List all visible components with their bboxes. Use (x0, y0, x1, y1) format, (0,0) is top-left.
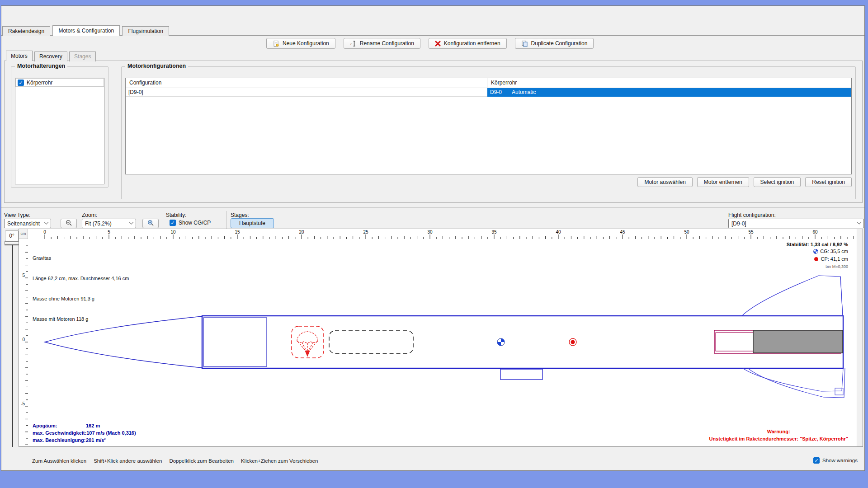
status-bar: Zum Auswählen klicken Shift+Klick andere… (1, 456, 864, 468)
view-type-select[interactable]: Seitenansicht (4, 219, 51, 228)
acceleration-label: max. Beschleunigung: (33, 436, 86, 444)
cell-motor[interactable]: D9-0Automatic (487, 88, 851, 97)
ruler-unit-box: cm (19, 229, 28, 239)
svg-text:15: 15 (235, 230, 240, 235)
new-configuration-button[interactable]: Neue Konfiguration (266, 38, 335, 49)
launch-lug[interactable] (500, 369, 542, 380)
fin-top[interactable] (742, 276, 843, 316)
motor-mounts-list: ✓ Körperrohr (15, 78, 104, 184)
rocket-canvas[interactable]: Gravitas Länge 62,2 cm, max. Durchmesser… (28, 239, 857, 447)
mount-checkbox[interactable]: ✓ (18, 80, 24, 86)
svg-text:10: 10 (170, 230, 176, 235)
zoom-in-button[interactable] (142, 219, 159, 228)
subtab-motors[interactable]: Motors (6, 51, 33, 61)
flight-configuration-label: Flight configuration: (728, 212, 776, 218)
column-koerperrohr[interactable]: Körperrohr (487, 78, 520, 88)
show-warnings-checkbox[interactable]: ✓ Show warnings (813, 457, 858, 464)
velocity-label: max. Geschwindigkeit: (33, 429, 86, 436)
tab-raketendesign[interactable]: Raketendesign (2, 26, 50, 36)
motor-config-table: Configuration Körperrohr [D9-0] D9-0Auto… (125, 78, 852, 174)
chevron-down-icon (129, 220, 134, 225)
cg-marker (497, 338, 505, 346)
remove-configuration-label: Konfiguration entfernen (444, 40, 500, 47)
select-ignition-button[interactable]: Select ignition (754, 177, 801, 187)
subtab-recovery[interactable]: Recovery (34, 52, 67, 61)
vertical-scrollbar[interactable] (857, 229, 863, 446)
flight-configuration-select[interactable]: [D9-0] (728, 219, 864, 228)
hint: Doppelklick zum Bearbeiten (169, 458, 234, 464)
show-warnings-label: Show warnings (822, 458, 858, 463)
zoom-value: Fit (75,2%) (85, 221, 112, 227)
cg-icon (813, 249, 818, 256)
reset-ignition-button[interactable]: Reset ignition (805, 177, 852, 187)
acceleration-value: 201 m/s² (86, 436, 106, 444)
new-document-icon (273, 40, 279, 47)
tab-flugsimulation[interactable]: Flugsimulation (122, 26, 169, 36)
show-cgcp-label: Show CG/CP (179, 220, 211, 226)
flight-data-block: Apogäum:162 m max. Geschwindigkeit:107 m… (33, 422, 136, 444)
stability-mach: bei M=0,300 (787, 263, 848, 270)
vertical-ruler: 50-5 (19, 239, 28, 447)
svg-text:c: c (350, 42, 352, 46)
stability-block: Stabilität: 1,33 cal / 8,92 % CG: 35,5 c… (787, 241, 848, 270)
rocket-side-view[interactable] (28, 239, 857, 447)
rename-configuration-button[interactable]: c Rename Configuration (344, 38, 420, 49)
show-cgcp-checkbox[interactable]: ✓ Show CG/CP (170, 220, 211, 226)
svg-text:0: 0 (43, 230, 46, 235)
svg-text:25: 25 (363, 230, 368, 235)
column-configuration[interactable]: Configuration (126, 78, 487, 88)
fin-lower-1[interactable] (743, 368, 843, 391)
rocket-name: Gravitas (33, 255, 129, 262)
shock-cord-outline[interactable] (329, 331, 413, 353)
svg-text:-5: -5 (21, 401, 25, 406)
nose-shoulder[interactable] (203, 318, 267, 366)
table-row[interactable]: [D9-0] D9-0Automatic (126, 88, 851, 97)
rotation-slider-track[interactable] (12, 245, 13, 447)
duplicate-configuration-button[interactable]: Duplicate Configuration (515, 38, 594, 49)
motor-d9[interactable] (753, 330, 843, 353)
chevron-down-icon (857, 220, 862, 225)
view-type-value: Seitenansicht (7, 221, 40, 227)
remove-motor-button[interactable]: Motor entfernen (697, 177, 749, 187)
remove-configuration-button[interactable]: Konfiguration entfernen (429, 38, 507, 49)
list-item[interactable]: ✓ Körperrohr (15, 78, 104, 87)
svg-text:5: 5 (108, 230, 110, 235)
duplicate-pages-icon (521, 40, 528, 47)
motor-designation: D9-0 (490, 89, 502, 95)
apogee-value: 162 m (86, 422, 100, 429)
zoom-select[interactable]: Fit (75,2%) (82, 219, 136, 228)
velocity-value: 107 m/s (Mach 0,316) (86, 429, 136, 436)
configuration-toolbar: Neue Konfiguration c Rename Configuratio… (266, 38, 594, 50)
warning-block: Warnung: Unstetigkeit im Raketendurchmes… (709, 428, 848, 442)
zoom-out-icon (66, 220, 72, 228)
rotation-angle-indicator: 0° (5, 230, 19, 241)
stages-label: Stages: (231, 212, 249, 218)
zoom-out-button[interactable] (61, 219, 77, 228)
motor-ignition: Automatic (512, 89, 536, 95)
motor-configs-groupbox: Motorkonfigurationen Configuration Körpe… (121, 66, 856, 199)
zoom-in-icon (147, 220, 154, 228)
parachute-icon[interactable] (297, 332, 318, 356)
new-configuration-label: Neue Konfiguration (283, 40, 329, 47)
subtab-stages: Stages (69, 52, 96, 61)
tab-motors-configuration[interactable]: Motors & Configuration (52, 25, 120, 36)
split-divider[interactable] (1, 207, 864, 208)
flight-configuration-value: [D9-0] (731, 221, 746, 227)
svg-text:45: 45 (620, 230, 625, 235)
select-motor-button[interactable]: Motor auswählen (637, 177, 692, 187)
fin-lower-2[interactable] (748, 368, 845, 398)
mount-label: Körperrohr (27, 80, 52, 86)
hint: Shift+Klick andere auswählen (94, 458, 162, 464)
svg-text:35: 35 (491, 230, 497, 235)
rotation-slider-thumb[interactable] (5, 241, 20, 245)
cell-configuration[interactable]: [D9-0] (126, 88, 487, 97)
zoom-label: Zoom: (82, 212, 97, 218)
motor-mounts-title: Motorhalterungen (15, 63, 67, 69)
stability-label: Stability: (166, 212, 186, 218)
motors-tab-content: Motorhalterungen ✓ Körperrohr Motorkonfi… (4, 61, 863, 203)
stage-hauptstufe-toggle[interactable]: Hauptstufe (231, 218, 274, 228)
duplicate-configuration-label: Duplicate Configuration (531, 40, 588, 47)
red-x-icon (435, 41, 441, 47)
svg-text:5: 5 (22, 273, 25, 278)
apogee-label: Apogäum: (33, 422, 86, 429)
